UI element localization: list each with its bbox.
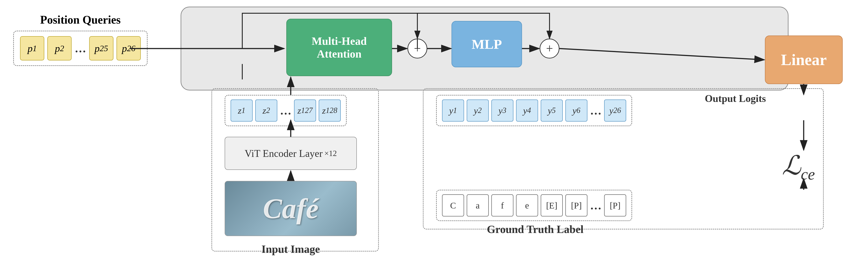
pq-cell-26: p26 bbox=[117, 36, 141, 60]
position-queries-box: p1 p2 … p25 p26 bbox=[13, 31, 148, 66]
y-tokens-box: y1 y2 y3 y4 y5 y6 … y26 bbox=[436, 95, 632, 126]
linear-box: Linear bbox=[765, 35, 843, 84]
y-tokens-group: y1 y2 y3 y4 y5 y6 … y26 bbox=[436, 95, 632, 126]
cafe-text: Café bbox=[263, 192, 319, 225]
pq-cell-25: p25 bbox=[89, 36, 114, 60]
diagram-container: Position Queries p1 p2 … p25 p26 Multi-H… bbox=[0, 0, 868, 276]
gt-token-Pn: [P] bbox=[604, 194, 626, 216]
gt-token-P1: [P] bbox=[565, 194, 587, 216]
position-queries-label: Position Queries bbox=[13, 13, 148, 26]
y-token-1: y1 bbox=[442, 100, 464, 121]
z-token-127: z127 bbox=[294, 100, 316, 121]
position-queries-group: Position Queries p1 p2 … p25 p26 bbox=[13, 13, 148, 66]
y-token-26: y26 bbox=[604, 100, 626, 121]
gt-token-a: a bbox=[467, 194, 489, 216]
z-token-128: z128 bbox=[319, 100, 341, 121]
z-tokens-group: z1 z2 … z127 z128 bbox=[225, 95, 347, 126]
output-logits-label: Output Logits bbox=[705, 93, 766, 104]
gt-token-C: C bbox=[442, 194, 464, 216]
vit-encoder-box: ViT Encoder Layer ×12 bbox=[225, 137, 357, 170]
linear-label: Linear bbox=[781, 51, 827, 69]
plus-circle-1: + bbox=[407, 38, 427, 58]
z-token-1: z1 bbox=[230, 100, 253, 121]
gt-token-e: e bbox=[516, 194, 538, 216]
gt-token-f: f bbox=[491, 194, 514, 216]
vit-superscript: ×12 bbox=[324, 149, 337, 158]
ground-truth-label: Ground Truth Label bbox=[436, 223, 634, 236]
mha-box: Multi-HeadAttention bbox=[286, 19, 392, 76]
pq-dots: … bbox=[75, 42, 86, 55]
y-token-6: y6 bbox=[565, 100, 587, 121]
pq-cell-1: p1 bbox=[20, 36, 44, 60]
gt-tokens-box: C a f e [E] [P] … [P] bbox=[436, 190, 632, 221]
z-token-2: z2 bbox=[255, 100, 277, 121]
loss-symbol: ℒce bbox=[782, 150, 815, 184]
input-image-label: Input Image bbox=[225, 243, 357, 255]
mlp-box: MLP bbox=[452, 21, 522, 67]
y-token-4: y4 bbox=[516, 100, 538, 121]
y-token-2: y2 bbox=[467, 100, 489, 121]
y-token-5: y5 bbox=[541, 100, 563, 121]
gt-token-E: [E] bbox=[541, 194, 563, 216]
gt-tokens-group: C a f e [E] [P] … [P] bbox=[436, 190, 632, 221]
z-tokens-box: z1 z2 … z127 z128 bbox=[225, 95, 347, 126]
y-token-3: y3 bbox=[491, 100, 514, 121]
pq-cell-2: p2 bbox=[48, 36, 71, 60]
plus-circle-2: + bbox=[539, 38, 559, 58]
vit-label: ViT Encoder Layer bbox=[245, 147, 323, 159]
input-image-box: Café bbox=[225, 181, 357, 236]
